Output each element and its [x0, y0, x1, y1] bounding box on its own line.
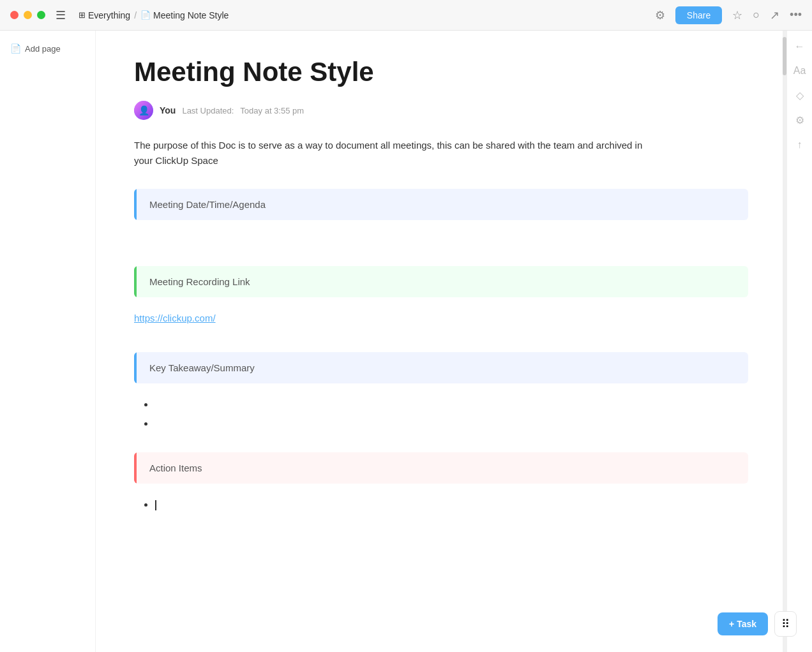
titlebar-actions: ⚙ Share ☆ ○ ↗ ••• — [655, 6, 802, 24]
action-item-1[interactable] — [154, 499, 748, 512]
add-page-icon: 📄 — [10, 43, 21, 54]
section-action-items: Action Items — [134, 452, 748, 484]
section-meeting-date: Meeting Date/Time/Agenda — [134, 189, 748, 220]
text-cursor — [155, 500, 156, 510]
search-icon[interactable]: ○ — [753, 8, 760, 22]
upload-icon[interactable]: ↑ — [797, 139, 802, 151]
cog-icon[interactable]: ⚙ — [795, 114, 804, 126]
takeaway-item-1[interactable] — [154, 399, 748, 411]
font-size-icon[interactable]: Aa — [793, 65, 806, 77]
right-sidebar: ← Aa ◇ ⚙ ↑ — [786, 31, 812, 652]
avatar — [134, 101, 153, 120]
doc-intro: The purpose of this Doc is to serve as a… — [134, 138, 658, 168]
doc-icon: 📄 — [140, 10, 151, 20]
window-controls — [10, 11, 45, 19]
gap-1 — [134, 235, 748, 251]
grid-dots-icon: ⠿ — [781, 618, 790, 630]
left-sidebar: 📄 Add page — [0, 31, 96, 652]
doc-meta: You Last Updated: Today at 3:55 pm — [134, 101, 748, 120]
gap-2 — [134, 251, 748, 266]
add-task-button[interactable]: + Task — [718, 612, 768, 635]
menu-icon[interactable]: ☰ — [56, 8, 66, 22]
collapse-icon[interactable]: ← — [795, 41, 805, 52]
breadcrumb-root[interactable]: ⊞ Everything — [79, 10, 130, 20]
scrollbar-thumb[interactable] — [783, 37, 786, 75]
breadcrumb-doc[interactable]: 📄 Meeting Note Style — [140, 10, 229, 20]
action-items-list — [134, 499, 748, 512]
doc-title: Meeting Note Style — [134, 56, 748, 88]
scrollbar[interactable] — [783, 31, 786, 652]
section-label-action-items[interactable]: Action Items — [137, 452, 748, 484]
settings-icon[interactable]: ⚙ — [655, 8, 665, 22]
breadcrumb: ⊞ Everything / 📄 Meeting Note Style — [79, 10, 229, 20]
section-label-key-takeaway[interactable]: Key Takeaway/Summary — [137, 352, 748, 383]
last-updated-label: Last Updated: — [182, 106, 234, 115]
titlebar: ☰ ⊞ Everything / 📄 Meeting Note Style ⚙ … — [0, 0, 812, 31]
section-meeting-recording: Meeting Recording Link — [134, 266, 748, 297]
star-icon[interactable]: ☆ — [732, 8, 742, 22]
minimize-button[interactable] — [24, 11, 32, 19]
bottom-bar: + Task ⠿ — [718, 611, 797, 637]
takeaway-list — [134, 399, 748, 431]
share-button[interactable]: Share — [675, 6, 722, 24]
more-icon[interactable]: ••• — [790, 8, 802, 22]
grid-icon: ⊞ — [79, 10, 86, 20]
maximize-button[interactable] — [37, 11, 45, 19]
section-key-takeaway: Key Takeaway/Summary — [134, 352, 748, 383]
section-label-meeting-recording[interactable]: Meeting Recording Link — [137, 266, 748, 297]
add-page-label: Add page — [25, 44, 61, 54]
diamond-icon[interactable]: ◇ — [796, 89, 804, 101]
breadcrumb-separator: / — [134, 10, 137, 20]
last-updated-value: Today at 3:55 pm — [240, 106, 304, 115]
add-page-button[interactable]: 📄 Add page — [10, 41, 85, 56]
expand-icon[interactable]: ↗ — [770, 8, 779, 22]
takeaway-item-2[interactable] — [154, 418, 748, 431]
main-layout: 📄 Add page Meeting Note Style You Last U… — [0, 31, 812, 652]
close-button[interactable] — [10, 11, 19, 19]
gap-3 — [134, 337, 748, 352]
section-label-meeting-date[interactable]: Meeting Date/Time/Agenda — [137, 189, 748, 220]
gap-4 — [134, 437, 748, 452]
grid-view-button[interactable]: ⠿ — [774, 611, 797, 637]
doc-author: You — [160, 105, 176, 115]
recording-link[interactable]: https://clickup.com/ — [134, 313, 216, 323]
content-area: Meeting Note Style You Last Updated: Tod… — [96, 31, 786, 652]
